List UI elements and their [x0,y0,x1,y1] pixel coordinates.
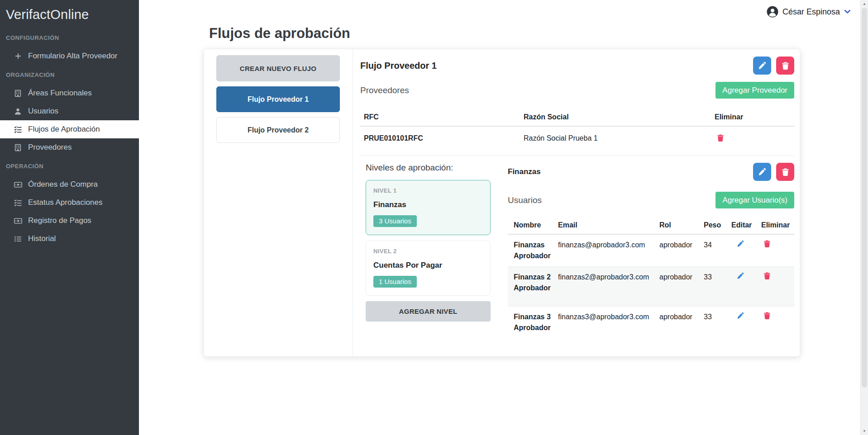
sidebar-item-label: Áreas Funcionales [28,89,92,98]
delete-provider-icon[interactable] [717,134,724,142]
delete-flow-button[interactable] [776,57,794,75]
level-detail-panel: Finanzas [508,163,794,352]
col-header-email: Email [556,218,657,234]
user-menu[interactable]: César Espinosa [767,6,851,18]
pencil-icon [758,61,766,70]
delete-user-icon[interactable] [764,272,770,279]
delete-user-icon[interactable] [764,312,770,319]
sidebar-item-label: Flujos de Aprobación [28,125,100,134]
flow-button-1[interactable]: Flujo Proveedor 1 [216,86,340,112]
banknote-icon [14,182,22,188]
col-header-eliminar: Eliminar [759,218,794,234]
building-icon [14,90,22,97]
flow-detail-panel: Flujo Proveedor 1 Proveedores Agregar Pr… [353,49,800,356]
level-detail-title: Finanzas [508,167,541,176]
user-rol: aprobador [657,267,701,307]
level-users-badge: 1 Usuarios [373,276,417,288]
sidebar-item-label: Usuarios [28,107,58,116]
add-provider-button[interactable]: Agregar Proveedor [715,82,794,99]
flow-button-2[interactable]: Flujo Proveedor 2 [216,117,340,143]
app-logo[interactable]: VerifactOnline [0,0,139,28]
sidebar-item-historial[interactable]: Historial [0,230,139,248]
user-peso: 33 [701,307,729,352]
trash-icon [782,62,789,70]
delete-level-button[interactable] [776,163,794,181]
sidebar-section-operacion: OPERACIÓN [0,161,139,172]
level-name: Cuentas Por Pagar [373,261,483,270]
edit-level-button[interactable] [753,163,771,181]
sidebar-item-label: Registro de Pagos [28,216,91,225]
user-peso: 33 [701,267,729,307]
sidebar-item-label: Historial [28,234,56,243]
building-icon [14,144,22,151]
table-row: Finanzas 2 Aprobador finanzas2@aprobador… [508,267,794,307]
sidebar-item-areas-funcionales[interactable]: Áreas Funcionales [0,84,139,102]
sidebar-item-estatus-aprobaciones[interactable]: Estatus Aprobaciones [0,194,139,212]
user-nombre: Finanzas Aprobador [508,234,556,267]
list-icon [14,235,22,243]
sidebar-item-usuarios[interactable]: Usuarios [0,102,139,120]
sidebar-item-label: Órdenes de Compra [28,180,98,189]
sidebar-item-label: Estatus Aprobaciones [28,198,102,207]
providers-table: RFC Razón Social Eliminar PRUE010101RFC … [360,109,794,151]
level-tag: NIVEL 1 [373,187,483,194]
sidebar-item-flujos-de-aprobacion[interactable]: Flujos de Aprobación [0,120,139,138]
col-header-razon-social: Razón Social [520,109,711,126]
banknote-icon [14,218,22,224]
user-email: finanzas2@aprobador3.com [556,267,657,307]
col-header-nombre: Nombre [508,218,556,234]
levels-heading: Niveles de aprobación: [366,163,491,173]
create-flow-button[interactable]: CREAR NUEVO FLUJO [216,55,340,81]
levels-section: Niveles de aprobación: NIVEL 1 Finanzas … [360,155,794,352]
pencil-icon [758,168,766,176]
sidebar: VerifactOnline CONFIGURACIÓN Formulario … [0,0,139,435]
sidebar-item-proveedores[interactable]: Proveedores [0,138,139,156]
checklist-icon [14,199,22,207]
col-header-peso: Peso [701,218,729,234]
providers-heading: Proveedores [360,85,409,95]
sidebar-item-formulario-alta-proveedor[interactable]: Formulario Alta Proveedor [0,47,139,65]
page-title: Flujos de aprobación [209,25,350,42]
user-peso: 34 [701,234,729,267]
sidebar-section-configuracion: CONFIGURACIÓN [0,33,139,43]
scroll-down-arrow[interactable]: ▼ [861,427,868,435]
level-users-badge: 3 Usuarios [373,215,417,227]
level-name: Finanzas [373,200,483,209]
sidebar-item-ordenes-de-compra[interactable]: Órdenes de Compra [0,175,139,194]
table-row: PRUE010101RFC Razón Social Prueba 1 [360,126,794,151]
flows-list: CREAR NUEVO FLUJO Flujo Proveedor 1 Fluj… [204,49,353,356]
col-header-eliminar: Eliminar [711,109,794,126]
user-email: finanzas3@aprobador3.com [556,307,657,352]
sidebar-item-registro-de-pagos[interactable]: Registro de Pagos [0,212,139,230]
chevron-down-icon [844,9,851,14]
user-icon [14,108,22,115]
level-card-2[interactable]: NIVEL 2 Cuentas Por Pagar 1 Usuarios [366,241,491,296]
edit-user-icon[interactable] [737,240,744,247]
add-users-button[interactable]: Agregar Usuario(s) [715,192,794,208]
scrollbar[interactable]: ▲ ▼ [860,0,868,435]
delete-user-icon[interactable] [764,240,770,247]
level-tag: NIVEL 2 [373,248,483,255]
sidebar-section-organizacion: ORGANIZACIÓN [0,70,139,80]
provider-razon-social: Razón Social Prueba 1 [520,126,711,151]
levels-list: Niveles de aprobación: NIVEL 1 Finanzas … [366,163,491,352]
edit-user-icon[interactable] [737,312,744,319]
scrollbar-thumb[interactable] [862,8,867,388]
checklist-icon [14,126,22,133]
edit-user-icon[interactable] [737,272,744,279]
user-email: finanzas@aprobador3.com [556,234,657,267]
col-header-rfc: RFC [360,109,520,126]
edit-flow-button[interactable] [753,57,771,75]
sidebar-item-label: Proveedores [28,143,72,152]
add-level-button[interactable]: AGREGAR NIVEL [366,301,491,322]
scroll-up-arrow[interactable]: ▲ [861,0,868,8]
user-nombre: Finanzas 3 Aprobador [508,307,556,352]
user-rol: aprobador [657,307,701,352]
table-row: Finanzas 3 Aprobador finanzas3@aprobador… [508,307,794,352]
user-name: César Espinosa [782,7,840,17]
users-heading: Usuarios [508,195,542,205]
col-header-rol: Rol [657,218,701,234]
level-users-table: Nombre Email Rol Peso Editar Eliminar Fi… [508,218,794,352]
flow-detail-title: Flujo Proveedor 1 [360,61,437,71]
level-card-1[interactable]: NIVEL 1 Finanzas 3 Usuarios [366,180,491,235]
